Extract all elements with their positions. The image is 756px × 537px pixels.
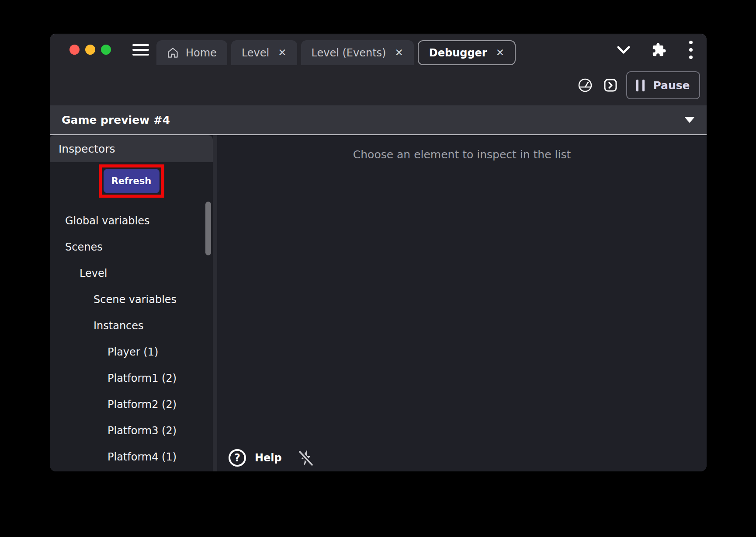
app-window: Home Level ✕ Level (Events) ✕ Debugger ✕	[50, 34, 707, 471]
tree-item-platform1[interactable]: Platform1 (2)	[50, 365, 213, 391]
close-icon[interactable]: ✕	[278, 48, 286, 58]
sidebar-scrollbar[interactable]	[205, 202, 211, 255]
tab-debugger[interactable]: Debugger ✕	[418, 40, 516, 65]
tree-item-platform2[interactable]: Platform2 (2)	[50, 391, 213, 418]
tree-item-platform3[interactable]: Platform3 (2)	[50, 418, 213, 444]
tree-item-player[interactable]: Player (1)	[50, 339, 213, 365]
empty-state-hint: Choose an element to inspect in the list	[353, 148, 571, 471]
traffic-lights	[69, 34, 111, 65]
kebab-menu-icon[interactable]	[687, 40, 694, 60]
console-icon[interactable]	[603, 78, 617, 92]
zoom-window-button[interactable]	[101, 45, 111, 55]
dropdown-caret-icon	[684, 117, 695, 123]
pause-icon	[636, 80, 645, 91]
close-icon[interactable]: ✕	[395, 48, 403, 58]
tree-item-level[interactable]: Level	[50, 260, 213, 286]
inspector-tree: Global variables Scenes Level Scene vari…	[50, 208, 213, 470]
tab-level[interactable]: Level ✕	[231, 40, 297, 65]
tab-label: Home	[186, 47, 217, 59]
inspectors-sidebar: Inspectors Refresh Global variables Scen…	[50, 135, 213, 471]
close-window-button[interactable]	[69, 45, 80, 55]
flash-off-icon[interactable]	[298, 449, 314, 467]
tree-item-global-variables[interactable]: Global variables	[50, 208, 213, 234]
home-icon	[167, 47, 179, 59]
help-button[interactable]: ? Help	[229, 449, 282, 467]
minimize-window-button[interactable]	[85, 45, 95, 55]
pause-button[interactable]: Pause	[626, 71, 700, 99]
panel-footer: ? Help	[229, 449, 314, 467]
tree-item-scenes[interactable]: Scenes	[50, 234, 213, 260]
tab-label: Level (Events)	[312, 47, 386, 59]
annotation-highlight-box: Refresh	[99, 164, 164, 198]
debugger-content: Inspectors Refresh Global variables Scen…	[50, 135, 707, 471]
profiler-gauge-icon[interactable]	[577, 77, 593, 93]
titlebar: Home Level ✕ Level (Events) ✕ Debugger ✕	[50, 34, 707, 65]
tab-label: Debugger	[429, 47, 487, 59]
panel-divider[interactable]	[213, 135, 217, 471]
hamburger-menu-icon[interactable]	[132, 34, 149, 65]
debugger-toolbar: Pause	[50, 65, 707, 105]
tab-bar: Home Level ✕ Level (Events) ✕ Debugger ✕	[156, 40, 516, 65]
inspector-panel: Choose an element to inspect in the list…	[217, 135, 707, 471]
titlebar-actions	[617, 34, 694, 65]
tab-level-events[interactable]: Level (Events) ✕	[301, 40, 414, 65]
game-preview-selector[interactable]: Game preview #4	[50, 105, 707, 135]
tab-home[interactable]: Home	[156, 40, 227, 65]
tab-label: Level	[242, 47, 269, 59]
inspectors-header: Inspectors	[50, 135, 213, 162]
tree-item-platform4[interactable]: Platform4 (1)	[50, 444, 213, 470]
refresh-button[interactable]: Refresh	[104, 169, 160, 193]
chevron-down-icon[interactable]	[617, 45, 631, 54]
tree-item-scene-variables[interactable]: Scene variables	[50, 286, 213, 313]
pause-button-label: Pause	[653, 79, 690, 92]
help-button-label: Help	[255, 452, 282, 464]
tree-item-instances[interactable]: Instances	[50, 313, 213, 339]
close-icon[interactable]: ✕	[496, 48, 504, 58]
puzzle-extension-icon[interactable]	[652, 42, 666, 57]
question-mark-icon: ?	[229, 449, 246, 467]
game-preview-label: Game preview #4	[62, 114, 170, 126]
